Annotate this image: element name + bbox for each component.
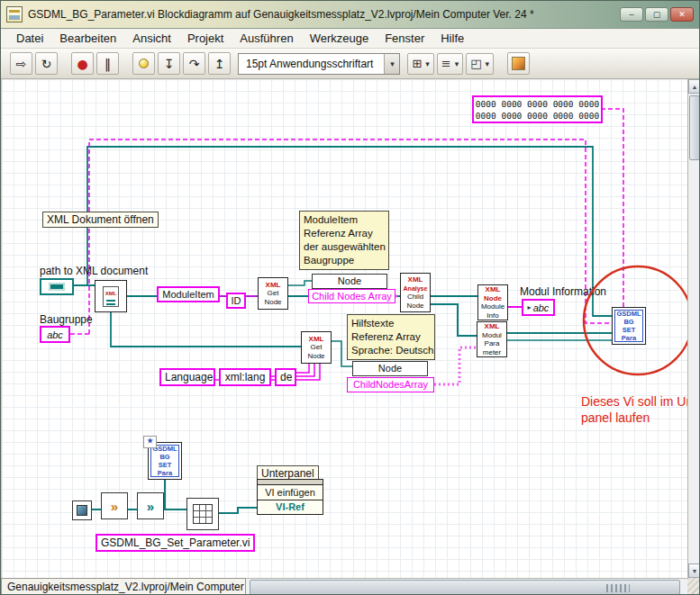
red-annotation-text[interactable]: Dieses Vi soll im Unter- panel laufen xyxy=(581,393,687,426)
node-array-element-header-1[interactable]: Node xyxy=(312,274,387,289)
language-constant[interactable]: Language xyxy=(159,368,215,386)
invoke-node-insert-vi[interactable]: VI einfügen VI-Ref xyxy=(257,479,323,515)
labview-block-diagram-window: GSDML_BG_Parameter.vi Blockdiagramm auf … xyxy=(0,0,700,595)
font-selector[interactable]: 15pt Anwendungsschriftart ▾ xyxy=(238,53,400,75)
menu-werkzeuge[interactable]: Werkzeuge xyxy=(302,30,377,47)
wire-getnode1-node[interactable] xyxy=(288,281,312,285)
pause-button[interactable]: ‖ xyxy=(96,52,119,75)
run-icon: ⇨ xyxy=(16,57,27,71)
resize-grip[interactable] xyxy=(687,578,700,595)
de-constant[interactable]: de xyxy=(275,368,296,386)
menu-ausfuehren[interactable]: Ausführen xyxy=(232,30,301,47)
scroll-down-button[interactable]: ▼ xyxy=(688,563,700,578)
comment-module-item[interactable]: ModuleItem Referenz Array der ausgewählt… xyxy=(299,211,389,270)
abort-icon: ● xyxy=(77,57,87,71)
block-diagram-canvas[interactable]: 0000 0000 0000 0000 0000 0000 0000 0000 … xyxy=(1,79,687,578)
module-item-constant[interactable]: ModuleItem xyxy=(157,286,220,302)
string-indicator-modul-information[interactable]: ▸ abc xyxy=(522,299,555,316)
constant-line: 0000 0000 0000 0000 0000 xyxy=(474,98,601,110)
comment-hilfstexte[interactable]: Hilfstexte Referenz Array Sprache: Deuts… xyxy=(347,314,435,360)
xml-get-node-vi-icon-2[interactable]: XML Get Node xyxy=(301,331,332,364)
wire-childnodes-array2[interactable] xyxy=(434,347,477,384)
grid-icon xyxy=(193,504,213,524)
path-control-caption[interactable]: path to XML document xyxy=(40,265,148,277)
chevron-down-icon: ▾ xyxy=(455,59,459,68)
vi-server-ref-icon[interactable] xyxy=(72,500,92,520)
invoke-method[interactable]: VI einfügen xyxy=(258,485,323,500)
title-bar[interactable]: GSDML_BG_Parameter.vi Blockdiagramm auf … xyxy=(1,1,699,29)
gsdml-bg-set-para-vi-icon[interactable]: GSDML BG SET Para xyxy=(612,307,646,345)
align-objects-icon: ⊞ xyxy=(412,57,422,70)
highlight-execution-button[interactable] xyxy=(132,52,155,75)
step-out-button[interactable]: ↥ xyxy=(208,52,231,75)
horizontal-scroll-thumb[interactable] xyxy=(250,580,680,595)
chevron-down-icon: ▾ xyxy=(384,54,399,74)
free-label-open-xml[interactable]: XML Dokument öffnen xyxy=(42,212,159,228)
scroll-up-button[interactable]: ▲ xyxy=(688,79,700,94)
invoke-param-vi-ref[interactable]: VI-Ref xyxy=(258,500,323,515)
wire-analyse-parameter[interactable] xyxy=(431,304,477,336)
child-nodes-array-label-2[interactable]: ChildNodesArray xyxy=(347,377,434,392)
horizontal-scrollbar[interactable] xyxy=(246,578,687,595)
document-icon: XML xyxy=(103,286,119,307)
close-button[interactable]: ✕ xyxy=(670,7,694,22)
step-into-button[interactable]: ↧ xyxy=(158,52,180,75)
vertical-scrollbar[interactable]: ▲ ▼ xyxy=(687,79,700,578)
xml-modul-parameter-vi-icon[interactable]: XML Modul Para meter xyxy=(477,321,507,357)
wire-to-invoke[interactable] xyxy=(219,508,257,513)
wire-de[interactable] xyxy=(296,364,309,373)
id-constant[interactable]: ID xyxy=(226,293,246,309)
step-over-icon: ↷ xyxy=(189,57,200,71)
child-nodes-array-label-1[interactable]: Child Nodes Array xyxy=(308,289,395,303)
vi-file-icon xyxy=(6,6,23,23)
wire-binary-constant[interactable] xyxy=(601,109,623,307)
binary-string-constant[interactable]: 0000 0000 0000 0000 0000 0000 0000 0000 … xyxy=(472,95,603,123)
node-array-element-header-2[interactable]: Node xyxy=(352,361,428,376)
distribute-objects-dropdown[interactable]: ≡ ▾ xyxy=(437,53,463,75)
ref-cast-icon-1[interactable]: » xyxy=(101,492,128,519)
align-objects-dropdown[interactable]: ⊞ ▾ xyxy=(407,53,433,75)
path-control[interactable] xyxy=(40,278,74,295)
xml-analyse-child-node-vi-icon[interactable]: XML Analyse Child Node xyxy=(400,273,431,312)
menu-ansicht[interactable]: Ansicht xyxy=(124,30,179,47)
resize-objects-dropdown[interactable]: ◰ ▾ xyxy=(466,53,494,75)
double-arrow-icon: » xyxy=(111,499,118,514)
static-vi-reference-icon[interactable]: ★ GSDML BG SET Para xyxy=(148,442,182,480)
xml-node-module-info-vi-icon[interactable]: XML Node Module Info xyxy=(477,284,508,320)
menu-hilfe[interactable]: Hilfe xyxy=(432,30,472,47)
cleanup-diagram-icon xyxy=(512,57,525,70)
string-control-baugruppe[interactable]: abc xyxy=(40,326,70,343)
set-parameter-vi-label[interactable]: GSDML_BG_Set_Parameter.vi xyxy=(95,534,255,552)
window-title: GSDML_BG_Parameter.vi Blockdiagramm auf … xyxy=(28,8,534,21)
abort-button[interactable]: ● xyxy=(71,52,94,75)
double-arrow-icon: » xyxy=(147,499,154,514)
subpanel-method-icon[interactable] xyxy=(186,498,219,530)
resize-objects-icon: ◰ xyxy=(470,57,481,70)
modul-information-caption[interactable]: Modul Information xyxy=(520,285,606,298)
xml-lang-constant[interactable]: xml:lang xyxy=(219,368,271,386)
menu-datei[interactable]: Datei xyxy=(8,30,51,47)
string-control-caption[interactable]: Baugruppe xyxy=(40,313,93,326)
app-ref-glyph xyxy=(77,505,87,516)
run-button[interactable]: ⇨ xyxy=(10,52,32,75)
pause-icon: ‖ xyxy=(105,57,111,71)
font-selector-value: 15pt Anwendungsschriftart xyxy=(246,58,373,70)
ref-cast-icon-2[interactable]: » xyxy=(137,492,164,519)
menu-projekt[interactable]: Projekt xyxy=(179,30,232,47)
cleanup-diagram-button[interactable] xyxy=(507,52,530,75)
minimize-button[interactable]: – xyxy=(620,7,643,22)
menu-fenster[interactable]: Fenster xyxy=(377,30,432,47)
toolbar: ⇨ ↻ ● ‖ ↧ ↷ ↥ 15pt Anwendungsschriftart … xyxy=(1,49,699,79)
wire-doc-to-getnode2[interactable] xyxy=(111,312,301,347)
vertical-scroll-thumb[interactable] xyxy=(689,95,700,160)
indicator-arrow-icon: ▸ xyxy=(528,303,532,311)
project-context-button[interactable]: Genauigkeitsmessplatz_V2.lvproj/Mein Com… xyxy=(1,578,246,595)
menu-bearbeiten[interactable]: Bearbeiten xyxy=(51,30,124,47)
distribute-objects-icon: ≡ xyxy=(441,57,451,70)
menu-bar: Datei Bearbeiten Ansicht Projekt Ausführ… xyxy=(1,29,699,49)
step-over-button[interactable]: ↷ xyxy=(183,52,205,75)
maximize-button[interactable]: ▢ xyxy=(645,7,668,22)
xml-get-node-vi-icon-1[interactable]: XML Get Node xyxy=(258,277,288,310)
run-continuous-button[interactable]: ↻ xyxy=(35,52,58,75)
open-xml-document-vi-icon[interactable]: XML xyxy=(95,280,127,312)
